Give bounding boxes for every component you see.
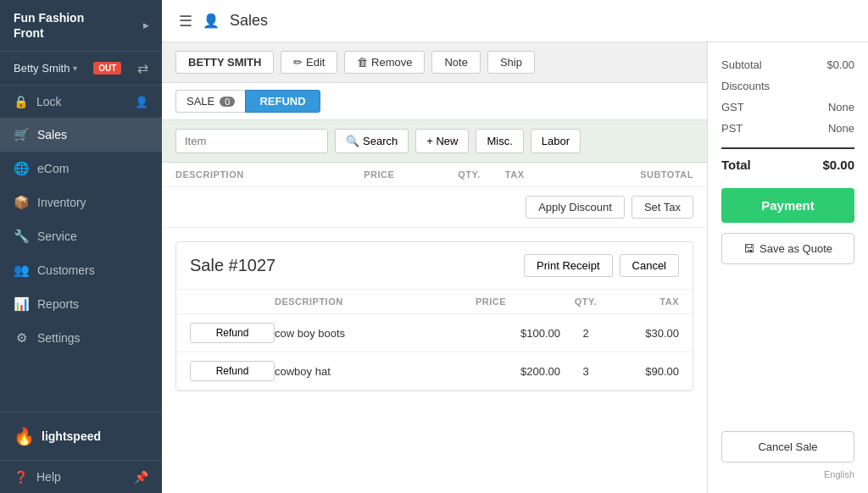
item-row: 🔍 Search + New Misc. Labor	[162, 120, 707, 163]
refund-button[interactable]: REFUND	[245, 90, 320, 113]
sidebar-item-reports[interactable]: 📊 Reports	[0, 287, 162, 321]
main-content: ☰ 👤 Sales BETTY SMITH ✏ Edit 🗑 Remove No…	[162, 0, 868, 493]
page-title-icon: 👤	[203, 13, 220, 29]
item-search-input[interactable]	[175, 129, 328, 153]
sidebar-item-customers[interactable]: 👥 Customers	[0, 253, 162, 287]
discounts-row: Discounts	[721, 77, 854, 95]
switch-user-icon[interactable]: ⇄	[137, 60, 148, 76]
sales-icon: 🛒	[14, 127, 29, 142]
customer-bar: BETTY SMITH ✏ Edit 🗑 Remove Note Ship	[162, 42, 707, 83]
inventory-icon: 📦	[14, 195, 29, 210]
save-quote-icon: 🖫	[743, 242, 754, 255]
lock-person-icon: 👤	[135, 96, 148, 108]
right-panel-spacer	[721, 268, 854, 428]
remove-button[interactable]: 🗑 Remove	[344, 51, 425, 74]
total-label: Total	[721, 158, 751, 172]
lightspeed-logo: 🔥 lightspeed	[0, 413, 162, 460]
sale-count-badge: 0	[220, 97, 235, 107]
sale-tab[interactable]: SALE 0	[175, 90, 245, 113]
service-icon: 🔧	[14, 229, 29, 244]
total-row: Total $0.00	[721, 147, 854, 174]
sidebar-header: Fun Fashion Front ▸	[0, 0, 162, 52]
sidebar-item-ecom[interactable]: 🌐 eCom	[0, 152, 162, 186]
refund-row-2-qty: 3	[560, 365, 611, 378]
subtotal-label: Subtotal	[721, 58, 762, 71]
sidebar-item-settings[interactable]: ⚙ Settings	[0, 321, 162, 355]
new-item-button[interactable]: + New	[415, 129, 469, 153]
misc-button[interactable]: Misc.	[476, 129, 523, 153]
sidebar-item-help[interactable]: ❓ Help 📌	[0, 460, 162, 493]
refund-row-1-tax: $30.00	[611, 327, 679, 340]
customer-name-button[interactable]: BETTY SMITH	[175, 51, 274, 74]
ecom-icon: 🌐	[14, 161, 29, 176]
gst-value: None	[828, 101, 854, 114]
cancel-sale-button[interactable]: Cancel Sale	[721, 431, 854, 463]
sidebar-bottom: 🔥 lightspeed ❓ Help 📌	[0, 412, 162, 493]
search-button[interactable]: 🔍 Search	[335, 129, 409, 153]
search-icon: 🔍	[346, 135, 359, 147]
cancel-refund-button[interactable]: Cancel	[620, 254, 679, 277]
app-title: Fun Fashion Front	[14, 10, 84, 41]
refund-row-1-price: $100.00	[476, 327, 560, 340]
sidebar-item-service[interactable]: 🔧 Service	[0, 219, 162, 253]
help-icon: ❓	[14, 470, 28, 484]
content-area: BETTY SMITH ✏ Edit 🗑 Remove Note Ship SA…	[162, 42, 868, 493]
user-status-badge: OUT	[93, 62, 121, 75]
refund-row-2-description: cowboy hat	[275, 365, 476, 378]
user-dropdown-icon: ▾	[73, 64, 77, 73]
pst-value: None	[828, 122, 854, 135]
reports-icon: 📊	[14, 296, 29, 312]
right-panel: Subtotal $0.00 Discounts GST None PST No…	[707, 42, 868, 493]
sidebar: Fun Fashion Front ▸ Betty Smith ▾ OUT ⇄ …	[0, 0, 162, 493]
refund-card-table-header: DESCRIPTION PRICE QTY. TAX	[176, 290, 693, 314]
refund-card: Sale #1027 Print Receipt Cancel DESCRIPT…	[175, 241, 693, 391]
pin-icon[interactable]: 📌	[134, 470, 148, 484]
sale-tabs: SALE 0 REFUND	[162, 83, 707, 120]
labor-button[interactable]: Labor	[531, 129, 581, 153]
refund-card-header: Sale #1027 Print Receipt Cancel	[176, 242, 693, 290]
edit-button[interactable]: ✏ Edit	[281, 51, 337, 74]
sidebar-toggle-icon[interactable]: ▸	[143, 19, 148, 31]
refund-row-2-tax: $90.00	[611, 365, 679, 378]
hamburger-icon[interactable]: ☰	[179, 12, 192, 30]
gst-row: GST None	[721, 98, 854, 116]
refund-row-2-button[interactable]: Refund	[190, 361, 275, 381]
page-title: Sales	[230, 12, 268, 30]
refund-card-actions: Print Receipt Cancel	[524, 254, 679, 277]
refund-row-1: Refund cow boy boots $100.00 2 $30.00	[176, 314, 693, 352]
total-value: $0.00	[822, 158, 854, 172]
subtotal-value: $0.00	[826, 58, 854, 71]
user-name[interactable]: Betty Smith ▾	[14, 62, 77, 75]
sidebar-item-sales[interactable]: 🛒 Sales	[0, 118, 162, 152]
gst-label: GST	[721, 101, 744, 114]
refund-row-1-qty: 2	[560, 327, 611, 340]
customers-icon: 👥	[14, 263, 29, 278]
note-button[interactable]: Note	[431, 51, 480, 74]
discounts-label: Discounts	[721, 80, 770, 92]
sales-panel: BETTY SMITH ✏ Edit 🗑 Remove Note Ship SA…	[162, 42, 707, 493]
sale-number: Sale #1027	[190, 256, 275, 275]
settings-icon: ⚙	[14, 330, 29, 346]
top-header: ☰ 👤 Sales	[162, 0, 868, 42]
user-row: Betty Smith ▾ OUT ⇄	[0, 52, 162, 86]
ship-button[interactable]: Ship	[487, 51, 535, 74]
refund-row-2-price: $200.00	[476, 365, 560, 378]
sidebar-item-lock[interactable]: 🔒 Lock 👤	[0, 86, 162, 118]
sidebar-item-inventory[interactable]: 📦 Inventory	[0, 186, 162, 219]
pst-label: PST	[721, 122, 743, 135]
subtotal-row: Subtotal $0.00	[721, 56, 854, 74]
save-as-quote-button[interactable]: 🖫 Save as Quote	[721, 233, 854, 264]
lightspeed-flame-icon: 🔥	[14, 426, 35, 446]
language-badge: English	[721, 466, 854, 479]
discount-row: Apply Discount Set Tax	[162, 187, 707, 228]
refund-row-1-button[interactable]: Refund	[190, 323, 275, 343]
table-header: DESCRIPTION PRICE QTY. TAX SUBTOTAL	[162, 163, 707, 187]
set-tax-button[interactable]: Set Tax	[632, 196, 693, 219]
payment-button[interactable]: Payment	[721, 188, 854, 223]
apply-discount-button[interactable]: Apply Discount	[526, 196, 625, 219]
pst-row: PST None	[721, 119, 854, 137]
print-receipt-button[interactable]: Print Receipt	[524, 254, 612, 277]
lock-icon: 🔒	[14, 95, 28, 108]
refund-row-2: Refund cowboy hat $200.00 3 $90.00	[176, 352, 693, 391]
refund-row-1-description: cow boy boots	[275, 327, 476, 340]
